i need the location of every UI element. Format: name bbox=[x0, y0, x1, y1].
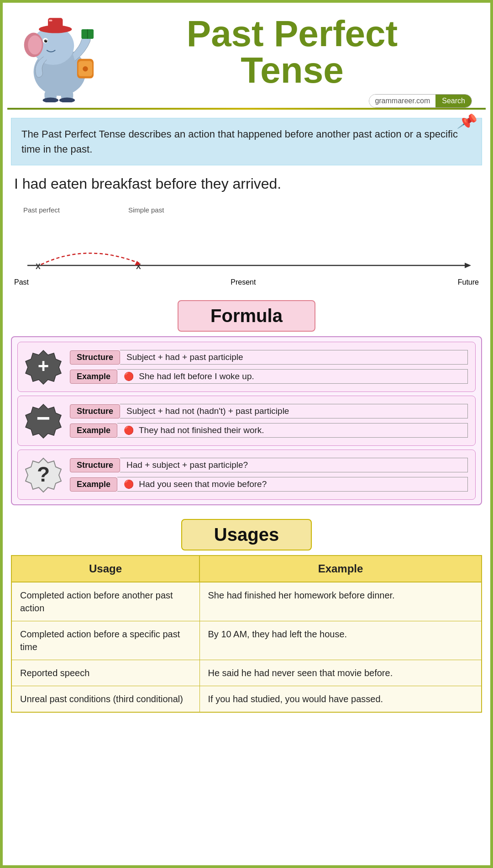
svg-text:−: − bbox=[37, 405, 50, 431]
description-text: The Past Perfect Tense describes an acti… bbox=[21, 128, 458, 155]
usages-table-row: Reported speechHe said he had never seen… bbox=[11, 660, 482, 686]
positive-icon: + bbox=[25, 349, 62, 385]
search-bar-container: grammareer.com Search bbox=[369, 94, 472, 108]
negative-icon: − bbox=[25, 402, 62, 439]
formula-container: + Structure Subject + had + past partici… bbox=[11, 336, 482, 505]
svg-point-13 bbox=[83, 66, 88, 71]
formula-card-question: ? Structure Had + subject + past partici… bbox=[17, 450, 476, 500]
usages-section-title: Usages bbox=[181, 519, 312, 550]
timeline-bottom-labels: Past Present Future bbox=[14, 278, 479, 286]
svg-text:?: ? bbox=[37, 462, 50, 486]
svg-text:X: X bbox=[36, 263, 41, 270]
negative-example-text: 🔴 They had not finished their work. bbox=[117, 423, 468, 438]
usages-section: Usage Example Completed action before an… bbox=[11, 555, 482, 713]
formula-negative-content: Structure Subject + had not (hadn't) + p… bbox=[70, 404, 468, 438]
main-title: Past Perfect Tense bbox=[187, 16, 398, 89]
question-icon: ? bbox=[25, 456, 62, 493]
usages-example-cell: If you had studied, you would have passe… bbox=[199, 686, 482, 713]
search-button[interactable]: Search bbox=[435, 95, 472, 107]
bullet-red-question: 🔴 bbox=[124, 480, 134, 489]
timeline-past-perfect-label: Past perfect bbox=[23, 206, 60, 214]
divider-line bbox=[7, 108, 486, 110]
svg-rect-9 bbox=[46, 27, 64, 31]
svg-point-5 bbox=[44, 39, 47, 42]
bullet-red-positive: 🔴 bbox=[124, 372, 134, 381]
formula-positive-content: Structure Subject + had + past participl… bbox=[70, 350, 468, 384]
timeline-simple-past-label: Simple past bbox=[128, 206, 164, 214]
positive-example-text: 🔴 She had left before I woke up. bbox=[117, 369, 468, 384]
timeline-past-label: Past bbox=[14, 278, 29, 286]
formula-negative-example-row: Example 🔴 They had not finished their wo… bbox=[70, 423, 468, 438]
formula-card-positive: + Structure Subject + had + past partici… bbox=[17, 342, 476, 392]
svg-text:+: + bbox=[38, 355, 49, 376]
usages-example-cell: By 10 AM, they had left the house. bbox=[199, 621, 482, 660]
timeline-future-label: Future bbox=[458, 278, 479, 286]
usages-col-example: Example bbox=[199, 556, 482, 582]
question-structure-label: Structure bbox=[70, 458, 120, 472]
usages-usage-cell: Unreal past conditions (third conditiona… bbox=[11, 686, 199, 713]
question-example-label: Example bbox=[70, 477, 117, 492]
usages-table-row: Completed action before a specific past … bbox=[11, 621, 482, 660]
elephant-area bbox=[7, 11, 108, 102]
pushpin-icon: 📌 bbox=[456, 109, 479, 135]
formula-question-example-row: Example 🔴 Had you seen that movie before… bbox=[70, 477, 468, 492]
svg-point-6 bbox=[46, 40, 47, 41]
negative-example-label: Example bbox=[70, 423, 117, 438]
svg-point-3 bbox=[28, 35, 42, 54]
usages-table-header-row: Usage Example bbox=[11, 556, 482, 582]
negative-structure-label: Structure bbox=[70, 404, 120, 418]
formula-positive-structure-row: Structure Subject + had + past participl… bbox=[70, 350, 468, 365]
formula-section-title: Formula bbox=[178, 300, 315, 332]
question-structure-text: Had + subject + past participle? bbox=[120, 458, 468, 472]
header: Past Perfect Tense grammareer.com Search bbox=[3, 3, 490, 108]
question-example-text: 🔴 Had you seen that movie before? bbox=[117, 477, 468, 492]
formula-question-content: Structure Had + subject + past participl… bbox=[70, 458, 468, 492]
title-area: Past Perfect Tense grammareer.com Search bbox=[108, 11, 477, 108]
usages-usage-cell: Reported speech bbox=[11, 660, 199, 686]
formula-section-title-wrap: Formula bbox=[3, 300, 490, 332]
svg-marker-21 bbox=[465, 263, 471, 268]
negative-structure-text: Subject + had not (hadn't) + past partic… bbox=[120, 404, 468, 418]
usages-example-cell: She had finished her homework before din… bbox=[199, 582, 482, 621]
positive-example-label: Example bbox=[70, 370, 117, 384]
title-line2: Tense bbox=[241, 50, 343, 90]
example-sentence: I had eaten breakfast before they arrive… bbox=[14, 175, 479, 192]
usages-section-title-wrap: Usages bbox=[3, 519, 490, 550]
elephant-illustration bbox=[12, 11, 103, 102]
usages-usage-cell: Completed action before a specific past … bbox=[11, 621, 199, 660]
formula-question-structure-row: Structure Had + subject + past participl… bbox=[70, 458, 468, 472]
formula-card-negative: − Structure Subject + had not (hadn't) +… bbox=[17, 396, 476, 446]
formula-negative-structure-row: Structure Subject + had not (hadn't) + p… bbox=[70, 404, 468, 418]
usages-table-row: Completed action before another past act… bbox=[11, 582, 482, 621]
formula-positive-example-row: Example 🔴 She had left before I woke up. bbox=[70, 369, 468, 384]
search-domain-text: grammareer.com bbox=[369, 95, 435, 107]
timeline-present-label: Present bbox=[231, 278, 256, 286]
search-bar: grammareer.com Search bbox=[369, 94, 472, 108]
usages-table-row: Unreal past conditions (third conditiona… bbox=[11, 686, 482, 713]
timeline-area: Past perfect Simple past X X Past Presen… bbox=[14, 206, 479, 286]
description-box: 📌 The Past Perfect Tense describes an ac… bbox=[11, 118, 482, 165]
title-line1: Past Perfect bbox=[187, 13, 398, 54]
positive-structure-text: Subject + had + past participle bbox=[120, 350, 468, 365]
usages-table: Usage Example Completed action before an… bbox=[11, 555, 482, 713]
page: Past Perfect Tense grammareer.com Search… bbox=[0, 0, 493, 868]
usages-usage-cell: Completed action before another past act… bbox=[11, 582, 199, 621]
timeline-svg: X X bbox=[14, 238, 479, 275]
usages-example-cell: He said he had never seen that movie bef… bbox=[199, 660, 482, 686]
usages-col-usage: Usage bbox=[11, 556, 199, 582]
svg-rect-10 bbox=[49, 20, 52, 21]
positive-structure-label: Structure bbox=[70, 350, 120, 365]
bullet-red-negative: 🔴 bbox=[124, 426, 134, 435]
